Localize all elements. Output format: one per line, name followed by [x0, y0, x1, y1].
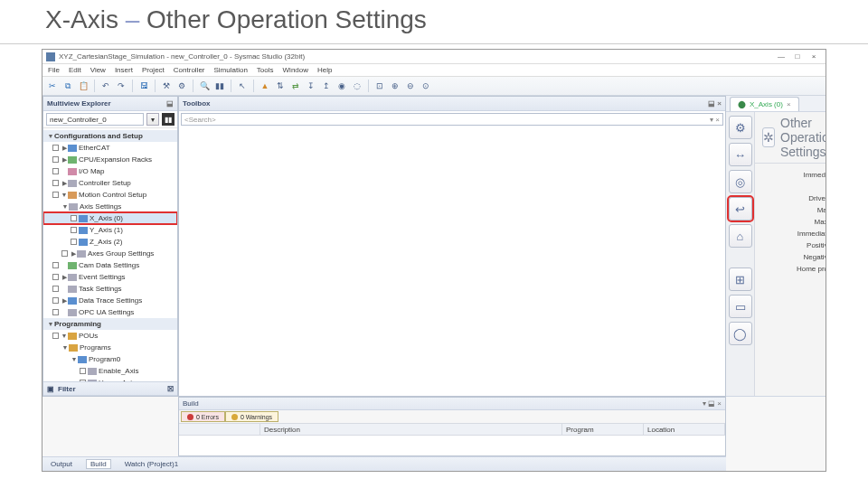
save-icon[interactable]: 🖫: [137, 80, 150, 92]
disconnect-icon[interactable]: ◌: [351, 80, 363, 92]
tree-task-settings[interactable]: Task Settings: [43, 283, 177, 295]
vbtn-other-operation[interactable]: ↩: [729, 197, 752, 221]
online-icon[interactable]: ▲: [259, 80, 271, 92]
app-icon: [46, 52, 55, 61]
menu-file[interactable]: File: [48, 66, 60, 74]
tree-pous[interactable]: ▼POUs: [43, 330, 177, 342]
minimize-button[interactable]: —: [773, 52, 789, 61]
explorer-title: Multiview Explorer: [47, 99, 111, 108]
param-row: Maximum positive torque limit300.0%: [764, 204, 816, 216]
tree-programs[interactable]: ▼Programs: [43, 342, 177, 353]
param-row: Home proximity input logic inversionDo n…: [764, 263, 816, 275]
vbtn-homing[interactable]: ⌂: [729, 224, 752, 248]
explorer-header: Multiview Explorer ⬓: [43, 97, 177, 111]
tree-axis-settings[interactable]: ▼Axis Settings: [43, 201, 177, 212]
slide-title-a: X-Axis: [45, 5, 118, 33]
tree-x-axis[interactable]: X_Axis (0): [43, 212, 177, 224]
vbtn-operation[interactable]: ◎: [729, 170, 752, 193]
tree-io-map[interactable]: I/O Map: [43, 165, 177, 177]
vbtn-basic[interactable]: ⚙: [729, 116, 752, 139]
search-icon[interactable]: 🔍: [198, 80, 211, 92]
filter-icon[interactable]: ▣: [47, 385, 54, 393]
params-table: Immediate stop input stop methodImmediat…: [755, 164, 826, 280]
toolbox-header: Toolbox ⬓ ×: [179, 97, 725, 111]
sync-icon[interactable]: ⇅: [274, 80, 287, 92]
tab-x-axis[interactable]: ⬤ X_Axis (0) ×: [730, 97, 799, 111]
menu-help[interactable]: Help: [317, 66, 332, 74]
titlebar: XYZ_CartesianStage_Simulation - new_Cont…: [42, 50, 826, 64]
filter-clear-icon[interactable]: ☒: [167, 385, 174, 393]
tab-label: X_Axis (0): [750, 100, 783, 108]
toolbar: ✂ ⧉ 📋 ↶ ↷ 🖫 ⚒ ⚙ 🔍 ▮▮ ↖ ▲ ⇅ ⇄ ↧ ↥ ◉ ◌ ⊡ ⊕…: [42, 77, 826, 96]
maximize-button[interactable]: □: [789, 52, 806, 61]
vbtn-unit[interactable]: ↔: [729, 143, 752, 166]
menu-project[interactable]: Project: [142, 66, 165, 74]
vbtn-servo[interactable]: ◯: [729, 322, 752, 345]
tree-section-programming[interactable]: ▼Programming: [43, 318, 177, 330]
build-icon[interactable]: ⚒: [160, 80, 173, 92]
bottom-tabstrip: Output Build Watch (Project)1: [42, 456, 726, 471]
paste-icon[interactable]: 📋: [77, 80, 90, 92]
connect-icon[interactable]: ◉: [335, 80, 348, 92]
zoom-reset-icon[interactable]: ⊙: [420, 80, 432, 92]
menu-controller[interactable]: Controller: [174, 66, 205, 74]
filter-label: Filter: [58, 385, 76, 393]
toolbox-pin-icon[interactable]: ⬓ ×: [708, 99, 722, 108]
tree-enable-axis[interactable]: Enable_Axis: [43, 365, 177, 377]
tab-close-icon[interactable]: ×: [787, 100, 791, 108]
section-title: Other Operation Settings: [780, 116, 826, 159]
zoom-out-icon[interactable]: ⊖: [404, 80, 417, 92]
tree-ethercat[interactable]: ▶EtherCAT: [43, 142, 177, 154]
tabstrip: ⬤ X_Axis (0) ×: [726, 96, 826, 112]
tree-data-trace[interactable]: ▶Data Trace Settings: [43, 295, 177, 306]
upload-icon[interactable]: ↥: [320, 80, 333, 92]
build-col-program[interactable]: Program: [562, 424, 644, 435]
zoom-fit-icon[interactable]: ⊡: [373, 80, 386, 92]
build-warnings-chip[interactable]: 0 Warnings: [225, 411, 278, 422]
toolbox-search[interactable]: <Search> ▾ ×: [181, 113, 723, 126]
tab-output[interactable]: Output: [46, 459, 77, 469]
menu-simulation[interactable]: Simulation: [214, 66, 248, 74]
build-pin-icon[interactable]: ▾ ⬓ ×: [703, 399, 722, 408]
cut-icon[interactable]: ✂: [46, 80, 59, 92]
tab-watch[interactable]: Watch (Project)1: [120, 459, 183, 469]
undo-icon[interactable]: ↶: [99, 80, 112, 92]
menu-insert[interactable]: Insert: [115, 66, 133, 74]
build-col-location[interactable]: Location: [644, 424, 725, 435]
tree-opc-ua[interactable]: OPC UA Settings: [43, 306, 177, 318]
tree-section-config[interactable]: ▼Configurations and Setup: [43, 130, 177, 142]
copy-icon[interactable]: ⧉: [61, 80, 74, 92]
tree-controller-setup[interactable]: ▶Controller Setup: [43, 177, 177, 189]
tree-y-axis[interactable]: Y_Axis (1): [43, 224, 177, 236]
toolbox-search-clear-icon[interactable]: ▾ ×: [710, 116, 720, 124]
vbtn-position[interactable]: ⊞: [729, 267, 752, 291]
controller-pause-button[interactable]: ▮▮: [162, 113, 175, 126]
tree-program0[interactable]: ▼Program0: [43, 353, 177, 365]
pause-icon[interactable]: ▮▮: [213, 80, 226, 92]
build-col-description[interactable]: Description: [260, 424, 562, 435]
tree-motion-setup[interactable]: ▼Motion Control Setup: [43, 189, 177, 201]
tab-build[interactable]: Build: [86, 459, 111, 469]
build-errors-chip[interactable]: 0 Errors: [181, 411, 225, 422]
rebuild-icon[interactable]: ⚙: [175, 80, 188, 92]
pin-icon[interactable]: ⬓: [166, 99, 174, 108]
param-label: Positive limit input logic inversion: [764, 241, 826, 249]
menu-window[interactable]: Window: [283, 66, 308, 74]
menu-view[interactable]: View: [90, 66, 106, 74]
tree-z-axis[interactable]: Z_Axis (2): [43, 236, 177, 248]
controller-combo[interactable]: new_Controller_0: [46, 113, 144, 126]
combo-dropdown-button[interactable]: ▾: [146, 113, 159, 126]
tree-cam-data[interactable]: Cam Data Settings: [43, 259, 177, 271]
tree-cpu-racks[interactable]: ▶CPU/Expansion Racks: [43, 154, 177, 165]
tree-axes-group[interactable]: ▶Axes Group Settings: [43, 248, 177, 259]
close-button[interactable]: ×: [806, 52, 822, 61]
vbtn-count[interactable]: ▭: [729, 295, 752, 318]
compare-icon[interactable]: ⇄: [289, 80, 302, 92]
zoom-in-icon[interactable]: ⊕: [389, 80, 401, 92]
redo-icon[interactable]: ↷: [115, 80, 127, 92]
menu-edit[interactable]: Edit: [69, 66, 81, 74]
cursor-icon[interactable]: ↖: [236, 80, 249, 92]
transfer-icon[interactable]: ↧: [305, 80, 317, 92]
tree-event-settings[interactable]: ▶Event Settings: [43, 271, 177, 283]
menu-tools[interactable]: Tools: [257, 66, 274, 74]
